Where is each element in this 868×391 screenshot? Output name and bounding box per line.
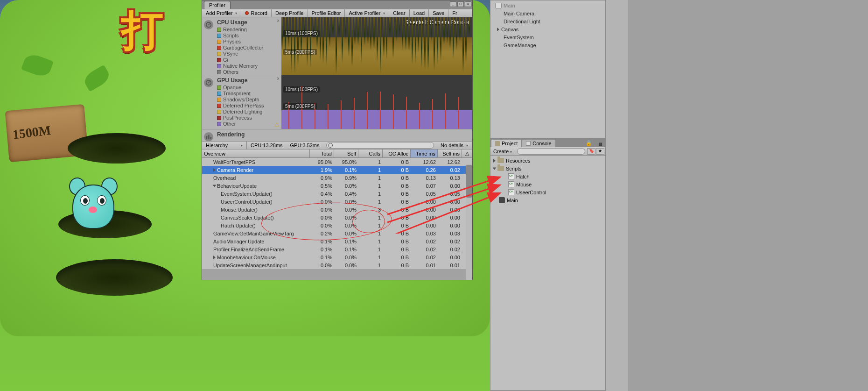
scrollbar-thumb[interactable]: [466, 165, 472, 198]
foldout-icon[interactable]: [493, 167, 497, 170]
col-gc-alloc[interactable]: GC Alloc: [383, 149, 411, 157]
gpu-usage-track[interactable]: × GPU Usage OpaqueTransparentShadows/Dep…: [202, 75, 472, 129]
legend-swatch: [217, 40, 221, 44]
legend-item[interactable]: Others: [217, 69, 279, 75]
add-profiler-dropdown[interactable]: Add Profiler: [202, 9, 241, 17]
record-button[interactable]: Record: [241, 9, 271, 17]
hierarchy-item[interactable]: Main Camera: [490, 9, 605, 17]
legend-item[interactable]: Deferred PrePass: [217, 103, 279, 109]
legend-item[interactable]: Scripts: [217, 33, 279, 39]
foldout-icon[interactable]: [493, 159, 496, 163]
rendering-track[interactable]: Rendering: [202, 129, 472, 141]
mole-hole: [68, 133, 166, 164]
legend-swatch: [217, 70, 221, 74]
gpu-graph[interactable]: 10ms (100FPS) 5ms (200FPS): [281, 75, 472, 129]
project-folder-scripts[interactable]: Scripts: [490, 164, 605, 172]
col-self-ms[interactable]: Self ms: [438, 149, 462, 157]
project-script-item[interactable]: Hatch: [490, 172, 605, 180]
col-triangle[interactable]: △: [462, 149, 472, 157]
close-icon[interactable]: ×: [277, 18, 280, 23]
project-scene-main[interactable]: Main: [490, 196, 605, 204]
hierarchy-item[interactable]: Directional Light: [490, 17, 605, 25]
legend-item[interactable]: Deferred Lighting: [217, 109, 279, 115]
overview-row[interactable]: WaitForTargetFPS 95.0% 95.0% 1 0 B 12.62…: [202, 158, 472, 166]
legend-item[interactable]: Gi: [217, 57, 279, 63]
project-script-item[interactable]: UseerControl: [490, 188, 605, 196]
project-search-input[interactable]: [517, 148, 585, 155]
search-input[interactable]: [326, 142, 434, 149]
project-script-item[interactable]: Mouse: [490, 180, 605, 188]
hierarchy-item[interactable]: EventSystem: [490, 33, 605, 41]
overview-row[interactable]: Overhead 0.9% 0.9% 1 0 B 0.13 0.13: [202, 174, 472, 182]
rendering-track-title: Rendering: [217, 131, 469, 138]
clear-button[interactable]: Clear: [389, 9, 409, 17]
hierarchy-root-partial[interactable]: Main: [490, 1, 605, 9]
profiler-toolbar: Add Profiler Record Deep Profile Profile…: [202, 9, 472, 17]
close-icon[interactable]: ×: [277, 76, 280, 81]
vertical-scrollbar[interactable]: [466, 164, 472, 280]
legend-item[interactable]: Native Memory: [217, 63, 279, 69]
no-details-dropdown[interactable]: No details▾: [437, 142, 472, 149]
load-button[interactable]: Load: [410, 9, 429, 17]
legend-label: Opaque: [223, 85, 241, 91]
legend-item[interactable]: Other: [217, 121, 279, 127]
deep-profile-button[interactable]: Deep Profile: [272, 9, 308, 17]
legend-item[interactable]: GarbageCollector: [217, 45, 279, 51]
legend-swatch: [217, 92, 221, 96]
gpu-track-title: GPU Usage: [217, 77, 279, 84]
mole-hole: [56, 259, 173, 296]
legend-item[interactable]: Physics: [217, 39, 279, 45]
panel-menu-icon[interactable]: ▤: [596, 141, 605, 147]
overview-row[interactable]: UpdateScreenManagerAndInput 0.0% 0.0% 1 …: [202, 261, 472, 269]
legend-label: Deferred PrePass: [223, 103, 264, 109]
gpu-icon: [204, 78, 213, 87]
maximize-button[interactable]: □: [457, 1, 464, 7]
col-total[interactable]: Total: [310, 149, 334, 157]
profiler-details-toolbar: Hierarchy▾ CPU:13.28ms GPU:3.52ms No det…: [202, 141, 472, 149]
fps-label-200: 5ms (200FPS): [283, 103, 317, 109]
fps-label-200: 5ms (200FPS): [283, 49, 317, 55]
frame-button[interactable]: Fr: [448, 9, 461, 17]
project-toolbar: Create ▾ 🔖 ★: [490, 147, 605, 156]
legend-label: Rendering: [223, 27, 247, 33]
legend-item[interactable]: Transparent: [217, 91, 279, 97]
overview-row[interactable]: BehaviourUpdate 0.5% 0.0% 1 0 B 0.07 0.0…: [202, 182, 472, 190]
project-tab[interactable]: Project: [491, 140, 521, 147]
hierarchy-item[interactable]: GameManage: [490, 41, 605, 49]
hierarchy-mode-dropdown[interactable]: Hierarchy▾: [202, 142, 247, 149]
foldout-icon[interactable]: [213, 185, 217, 187]
col-overview[interactable]: Overview: [202, 149, 310, 157]
project-panel: Project Console 🔒 ▤ Create ▾ 🔖 ★ Resourc…: [490, 138, 606, 391]
overview-row[interactable]: Monobehaviour.OnMouse_ 0.1% 0.0% 1 0 B 0…: [202, 253, 472, 261]
hierarchy-item[interactable]: Canvas: [490, 25, 605, 33]
foldout-icon[interactable]: [213, 168, 216, 172]
folder-icon: [497, 158, 504, 163]
console-tab[interactable]: Console: [522, 140, 555, 147]
cpu-graph[interactable]: Selected: Camera.Render 10ms (100FPS) 5m…: [281, 17, 472, 75]
close-button[interactable]: ×: [465, 1, 471, 7]
overview-row[interactable]: Profiler.FinalizeAndSendFrame 0.1% 0.1% …: [202, 245, 472, 253]
legend-item[interactable]: Shadows/Depth: [217, 97, 279, 103]
legend-item[interactable]: Rendering: [217, 27, 279, 33]
col-time-ms[interactable]: Time ms: [411, 149, 438, 157]
lock-icon[interactable]: 🔒: [583, 139, 595, 147]
col-self[interactable]: Self: [334, 149, 358, 157]
project-folder-resources[interactable]: Resources: [490, 156, 605, 164]
profile-editor-button[interactable]: Profile Editor: [308, 9, 345, 17]
overview-row[interactable]: EventSystem.Update() 0.4% 0.4% 1 0 B 0.0…: [202, 190, 472, 198]
foldout-icon[interactable]: [497, 28, 499, 31]
col-calls[interactable]: Calls: [358, 149, 383, 157]
minimize-button[interactable]: _: [450, 1, 456, 7]
active-profiler-dropdown[interactable]: Active Profiler: [345, 9, 389, 17]
filter-by-type-icon[interactable]: 🔖: [587, 148, 595, 155]
legend-item[interactable]: VSync: [217, 51, 279, 57]
save-button[interactable]: Save: [429, 9, 448, 17]
profiler-tab[interactable]: Profiler: [204, 1, 231, 9]
legend-item[interactable]: PostProcess: [217, 115, 279, 121]
create-dropdown[interactable]: Create ▾: [490, 148, 515, 155]
foldout-icon[interactable]: [213, 256, 216, 259]
overview-row[interactable]: Camera.Render 1.9% 0.1% 1 0 B 0.26 0.02: [202, 166, 472, 174]
cpu-usage-track[interactable]: × CPU Usage RenderingScriptsPhysicsGarba…: [202, 17, 472, 75]
filter-by-label-icon[interactable]: ★: [596, 148, 604, 155]
legend-item[interactable]: Opaque: [217, 85, 279, 91]
